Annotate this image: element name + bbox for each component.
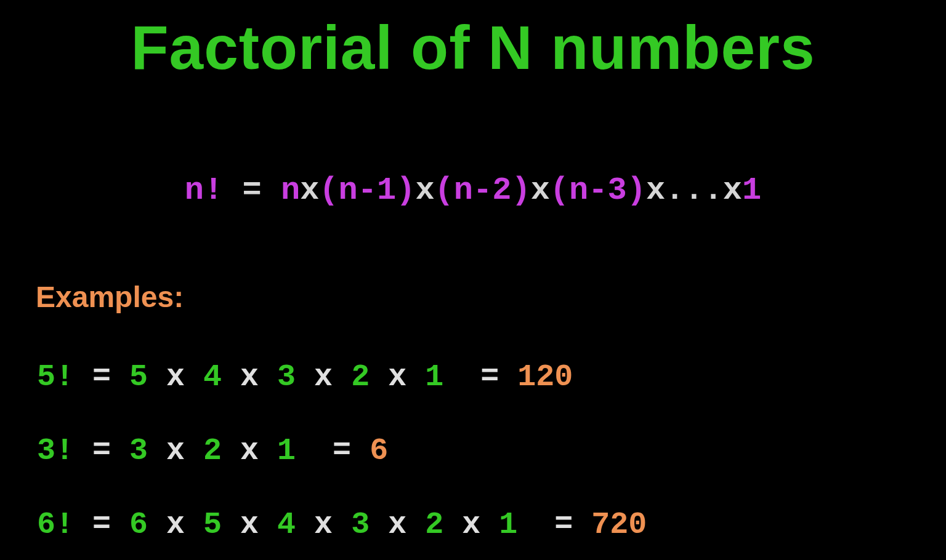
token: = [443, 359, 517, 394]
token: 1 [425, 359, 443, 394]
token: 2 [351, 359, 370, 394]
token: x [370, 359, 425, 394]
token: x [222, 433, 277, 468]
token: 5 [129, 359, 148, 394]
token: 5 [203, 507, 222, 542]
token: 6 [370, 433, 388, 468]
token: 1 [742, 172, 761, 209]
token: = [74, 433, 129, 468]
token: 3 [129, 433, 148, 468]
token: = [74, 359, 129, 394]
token: 1 [499, 507, 517, 542]
token: x...x [646, 172, 742, 209]
token: 120 [517, 359, 573, 394]
token: 2 [203, 433, 222, 468]
token: 4 [277, 507, 296, 542]
examples-heading: Examples: [36, 280, 184, 314]
token: = [517, 507, 591, 542]
token: x [300, 172, 319, 209]
token: 3 [277, 359, 296, 394]
token: n [281, 172, 300, 209]
token: 5! [37, 359, 74, 394]
token: x [148, 507, 203, 542]
factorial-formula: n! = nx(n-1)x(n-2)x(n-3)x...x1 [0, 172, 946, 209]
token: 3 [351, 507, 370, 542]
token: x [415, 172, 434, 209]
token: = [74, 507, 129, 542]
token: x [531, 172, 550, 209]
token: 720 [591, 507, 647, 542]
token: 1 [277, 433, 296, 468]
token: = [296, 433, 370, 468]
token: 6! [37, 507, 74, 542]
token: (n-2) [435, 172, 531, 209]
token: (n-3) [550, 172, 646, 209]
example-row-3: 3! = 3 x 2 x 1 = 6 [37, 433, 388, 468]
token: 2 [425, 507, 443, 542]
token: x [296, 507, 351, 542]
token: n! [185, 172, 223, 209]
token: x [148, 359, 203, 394]
token: x [370, 507, 425, 542]
token: 3! [37, 433, 74, 468]
token: x [148, 433, 203, 468]
token: x [443, 507, 499, 542]
token: x [296, 359, 351, 394]
example-row-6: 6! = 6 x 5 x 4 x 3 x 2 x 1 = 720 [37, 507, 647, 542]
slide: Factorial of N numbers n! = nx(n-1)x(n-2… [0, 0, 946, 560]
token: 6 [129, 507, 148, 542]
token: x [222, 507, 277, 542]
token: 4 [203, 359, 222, 394]
slide-title: Factorial of N numbers [0, 12, 946, 83]
token: (n-1) [319, 172, 415, 209]
token: x [222, 359, 277, 394]
example-row-5: 5! = 5 x 4 x 3 x 2 x 1 = 120 [37, 359, 573, 394]
token: = [223, 172, 281, 209]
